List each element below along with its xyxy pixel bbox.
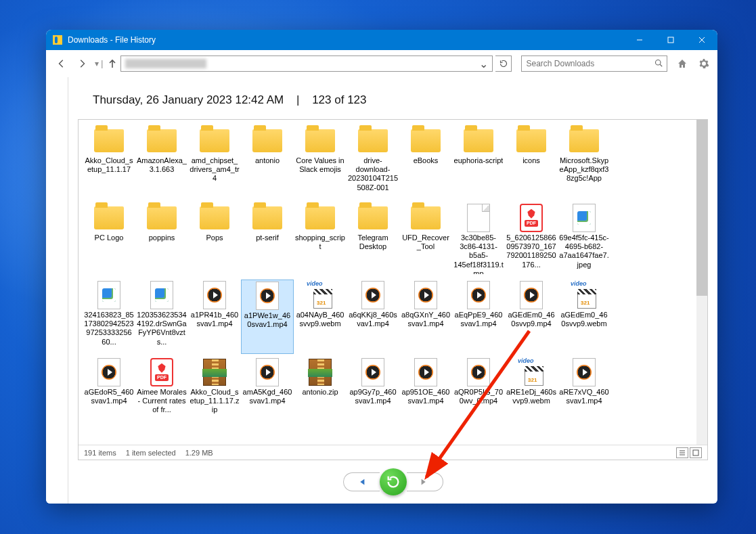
file-item[interactable]: ap951OE_460svav1.mp4 — [399, 357, 452, 431]
scrollbar[interactable] — [696, 120, 707, 445]
status-selection: 1 item selected — [126, 449, 176, 457]
file-item[interactable]: a8qGXnY_460svav1.mp4 — [399, 280, 452, 354]
file-item[interactable]: aRE7xVQ_460svav1.mp4 — [558, 357, 610, 431]
file-item[interactable]: antonio.zip — [294, 357, 347, 431]
address-dropdown-icon[interactable]: ⌄ — [479, 58, 488, 70]
file-item[interactable]: AmazonAlexa_3.1.663 — [135, 125, 188, 200]
file-label: shopping_script — [295, 233, 345, 251]
file-item[interactable]: poppins — [135, 202, 188, 277]
previous-version-button[interactable] — [343, 472, 380, 491]
file-item[interactable]: videoa04NAyB_460svvp9.webm — [294, 280, 347, 354]
file-item[interactable]: drive-download-20230104T215508Z-001 — [347, 125, 399, 200]
gear-icon[interactable] — [697, 57, 711, 70]
file-item[interactable]: a1PR41b_460svav1.mp4 — [188, 280, 241, 354]
mp4-icon — [198, 281, 231, 309]
file-item[interactable]: euphoria-script — [452, 125, 505, 200]
file-label: a8qGXnY_460svav1.mp4 — [401, 311, 451, 328]
svg-rect-2 — [693, 450, 698, 455]
file-item[interactable]: ap9Gy7p_460svav1.mp4 — [347, 357, 399, 431]
file-label: antonio.zip — [302, 388, 338, 397]
restore-button[interactable] — [380, 468, 407, 495]
file-item[interactable]: icons — [505, 125, 558, 200]
file-item[interactable]: Akko_Cloud_setup_11.1.17 — [83, 125, 135, 200]
status-size: 1.29 MB — [185, 449, 213, 457]
file-label: eBooks — [414, 156, 439, 165]
search-icon[interactable] — [654, 58, 663, 70]
file-item[interactable]: amd_chipset_drivers_am4_tr4 — [188, 125, 241, 200]
file-label: UFD_Recover_Tool — [401, 233, 451, 251]
file-item[interactable]: videoaGEdEm0_460svvp9.webm — [558, 280, 610, 354]
file-item[interactable]: PC Logo — [83, 202, 135, 277]
file-label: amA5Kgd_460svav1.mp4 — [242, 388, 292, 405]
large-icons-view-button[interactable] — [690, 447, 702, 458]
file-item[interactable]: Pops — [188, 202, 241, 277]
folder-icon — [198, 204, 231, 232]
address-path-blurred — [125, 59, 206, 68]
file-item[interactable]: amA5Kgd_460svav1.mp4 — [241, 357, 294, 431]
pdf-icon: PDF — [515, 204, 548, 232]
file-item[interactable]: videoaRE1eDj_460svvp9.webm — [505, 357, 558, 431]
file-label: icons — [522, 156, 540, 165]
file-label: aGEdEm0_460svvp9.mp4 — [506, 311, 556, 328]
file-label: a1PR41b_460svav1.mp4 — [190, 311, 240, 328]
maximize-button[interactable] — [655, 30, 686, 50]
webm-icon: video — [515, 358, 548, 386]
snapshot-datetime: Thursday, 26 January 2023 12:42 AM — [93, 93, 284, 106]
file-item[interactable]: eBooks — [399, 125, 452, 200]
file-item[interactable]: Telegram Desktop — [347, 202, 399, 277]
file-label: poppins — [149, 233, 175, 242]
file-list-pane: Akko_Cloud_setup_11.1.17AmazonAlexa_3.1.… — [78, 119, 708, 460]
nav-separator: ▾ | — [93, 59, 104, 68]
file-label: 1203536235344192.drSwnGaFyYP6Vnt8vzts... — [137, 311, 187, 347]
file-item[interactable]: Akko_Cloud_setup_11.1.17.zip — [188, 357, 241, 431]
close-button[interactable] — [686, 30, 717, 50]
minimize-button[interactable] — [624, 30, 655, 50]
file-item[interactable]: 3c30be85-3c86-4131-b5a5-145ef18f3119.tmp — [452, 202, 505, 277]
search-box[interactable] — [521, 55, 667, 72]
folder-icon — [251, 204, 284, 232]
scrollbar-thumb[interactable] — [696, 120, 707, 296]
search-input[interactable] — [526, 59, 654, 68]
folder-icon — [251, 127, 284, 155]
snapshot-heading: Thursday, 26 January 2023 12:42 AM | 123… — [78, 84, 708, 119]
file-label: Aimee Morales - Current rates of fr... — [137, 388, 187, 415]
file-item[interactable]: aGEdoR5_460svav1.mp4 — [83, 357, 135, 431]
img-icon — [146, 281, 178, 309]
file-grid[interactable]: Akko_Cloud_setup_11.1.17AmazonAlexa_3.1.… — [79, 120, 707, 445]
back-button[interactable] — [53, 55, 70, 72]
forward-button[interactable] — [73, 55, 91, 72]
file-item[interactable]: antonio — [241, 125, 294, 200]
file-item[interactable]: aEqPpE9_460svav1.mp4 — [452, 280, 505, 354]
file-item[interactable]: aQR0P5IG_700wv_0.mp4 — [452, 357, 505, 431]
file-item[interactable]: Microsoft.SkypeApp_kzf8qxf38zg5c!App — [558, 125, 610, 200]
details-view-button[interactable] — [676, 447, 688, 458]
file-item[interactable]: PDFAimee Morales - Current rates of fr..… — [135, 357, 188, 431]
file-label: 69e4f5fc-415c-4695-b682-a7aa1647fae7.jpe… — [559, 233, 609, 269]
folder-icon — [198, 127, 231, 155]
file-item[interactable]: PDF5_620612586609573970_1677920011892501… — [505, 202, 558, 277]
file-item[interactable]: a1PWe1w_460svav1.mp4 — [241, 280, 294, 354]
file-item[interactable]: 1203536235344192.drSwnGaFyYP6Vnt8vzts... — [135, 280, 188, 354]
mp4-icon — [462, 358, 495, 386]
refresh-button[interactable] — [495, 55, 512, 72]
file-item[interactable]: a6qKKj8_460svav1.mp4 — [347, 280, 399, 354]
mp4-icon — [409, 281, 442, 309]
file-item[interactable]: 69e4f5fc-415c-4695-b682-a7aa1647fae7.jpe… — [558, 202, 610, 277]
file-item[interactable]: aGEdEm0_460svvp9.mp4 — [505, 280, 558, 354]
titlebar[interactable]: Downloads - File History — [46, 30, 717, 50]
file-item[interactable]: 324163823_8517380294252397253333256​60..… — [83, 280, 135, 354]
up-button[interactable] — [107, 55, 118, 72]
webm-icon: video — [304, 281, 336, 309]
file-item[interactable]: shopping_script — [294, 202, 347, 277]
folder-icon — [93, 204, 125, 232]
folder-icon — [568, 127, 600, 155]
folder-icon — [357, 127, 389, 155]
mp4-icon — [515, 281, 548, 309]
file-item[interactable]: pt-serif — [241, 202, 294, 277]
file-item[interactable]: Core Values in Slack emojis — [294, 125, 347, 200]
address-bar[interactable]: ⌄ — [120, 55, 493, 72]
folder-icon — [304, 204, 336, 232]
next-version-button[interactable] — [407, 472, 443, 491]
home-icon[interactable] — [675, 57, 689, 70]
file-item[interactable]: UFD_Recover_Tool — [399, 202, 452, 277]
